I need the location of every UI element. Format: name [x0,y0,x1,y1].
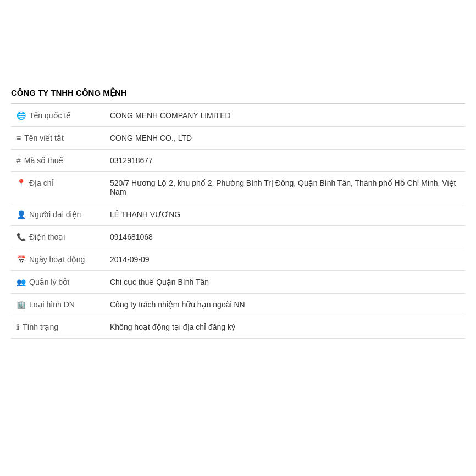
field-value: 0312918677 [104,150,465,172]
label-cell: 🏢Loại hình DN [11,294,104,316]
table-row: 📅Ngày hoạt động2014-09-09 [11,248,465,271]
field-value: 520/7 Hương Lộ 2, khu phố 2, Phường Bình… [104,172,465,203]
label-cell: ℹTình trạng [11,316,104,339]
label-cell: 👥Quản lý bởi [11,271,104,294]
table-row: #Mã số thuế0312918677 [11,150,465,172]
table-row: 🏢Loại hình DNCông ty trách nhiệm hữu hạn… [11,294,465,316]
table-row: ≡Tên viết tắtCONG MENH CO., LTD [11,127,465,150]
location-icon: 📍 [16,179,26,187]
table-row: 📞Điện thoại0914681068 [11,226,465,248]
label-cell: 📞Điện thoại [11,226,104,248]
field-label: Ngày hoạt động [29,255,85,264]
table-row: 👥Quản lý bởiChi cục thuế Quận Bình Tân [11,271,465,294]
field-label: Quản lý bởi [29,278,69,286]
field-label: Người đại diện [29,210,81,219]
building-icon: 🏢 [16,300,26,309]
field-value: LÊ THANH VƯƠNG [104,203,465,226]
field-label: Tình trạng [23,323,58,331]
company-title: CÔNG TY TNHH CÔNG MỆNH [11,88,465,104]
field-value: Công ty trách nhiệm hữu hạn ngoài NN [104,294,465,316]
label-cell: 🌐Tên quốc tế [11,104,104,127]
field-label: Tên quốc tế [29,111,71,120]
field-value: CONG MENH COMPANY LIMITED [104,104,465,127]
field-label: Loại hình DN [29,300,75,309]
group-icon: 👥 [16,278,26,286]
list-icon: ≡ [16,134,21,142]
field-label: Điện thoại [29,233,65,241]
person-icon: 👤 [16,210,26,219]
label-cell: 👤Người đại diện [11,203,104,226]
field-label: Mã số thuế [24,156,64,165]
table-row: 👤Người đại diệnLÊ THANH VƯƠNG [11,203,465,226]
field-label: Tên viết tắt [24,134,64,142]
field-label: Địa chỉ [29,179,54,187]
field-value: 2014-09-09 [104,248,465,271]
table-row: 🌐Tên quốc tếCONG MENH COMPANY LIMITED [11,104,465,127]
label-cell: #Mã số thuế [11,150,104,172]
label-cell: ≡Tên viết tắt [11,127,104,150]
table-row: ℹTình trạngKhông hoạt động tại địa chỉ đ… [11,316,465,339]
calendar-icon: 📅 [16,255,26,264]
info-icon: ℹ [16,323,19,331]
globe-icon: 🌐 [16,111,26,120]
hash-icon: # [16,156,21,165]
field-value: 0914681068 [104,226,465,248]
field-value: CONG MENH CO., LTD [104,127,465,150]
info-table: 🌐Tên quốc tếCONG MENH COMPANY LIMITED≡Tê… [11,104,465,339]
phone-icon: 📞 [16,233,26,241]
label-cell: 📍Địa chỉ [11,172,104,203]
field-value: Không hoạt động tại địa chỉ đăng ký [104,316,465,339]
field-value: Chi cục thuế Quận Bình Tân [104,271,465,294]
label-cell: 📅Ngày hoạt động [11,248,104,271]
table-row: 📍Địa chỉ520/7 Hương Lộ 2, khu phố 2, Phư… [11,172,465,203]
